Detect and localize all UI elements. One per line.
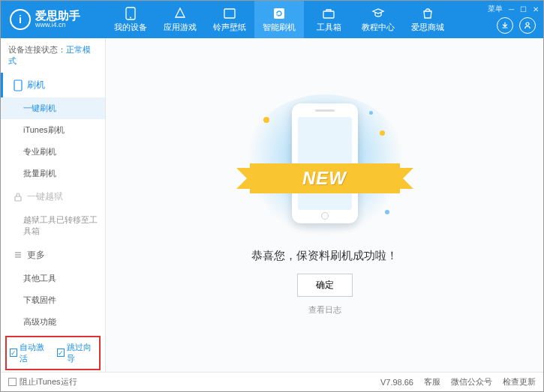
nav-flash[interactable]: 智能刷机 [254, 1, 304, 38]
sidebar-group-flash[interactable]: 刷机 [1, 73, 105, 97]
ok-button[interactable]: 确定 [297, 274, 353, 297]
wechat-link[interactable]: 微信公众号 [451, 376, 492, 388]
jailbreak-note: 越狱工具已转移至工具箱 [1, 209, 105, 243]
main-content: NEW 恭喜您，保资料刷机成功啦！ 确定 查看日志 [106, 38, 543, 372]
main-nav: 我的设备 应用游戏 铃声壁纸 智能刷机 工具箱 教程中心 [106, 1, 452, 38]
nav-ringtones[interactable]: 铃声壁纸 [205, 1, 254, 38]
nav-label: 铃声壁纸 [213, 22, 246, 33]
sidebar-item-download-firmware[interactable]: 下载固件 [1, 289, 105, 311]
nav-label: 教程中心 [362, 22, 395, 33]
wallpaper-icon [223, 7, 236, 20]
nav-label: 智能刷机 [263, 22, 296, 33]
nav-tutorials[interactable]: 教程中心 [353, 1, 403, 38]
nav-label: 我的设备 [114, 22, 147, 33]
checkbox-icon: ✓ [10, 349, 17, 357]
maximize-button[interactable]: ☐ [520, 5, 527, 13]
sidebar-group-jailbreak: 一键越狱 [1, 184, 105, 209]
svg-rect-7 [15, 196, 21, 201]
svg-rect-3 [274, 8, 284, 19]
nav-apps[interactable]: 应用游戏 [155, 1, 205, 38]
sidebar-item-other-tools[interactable]: 其他工具 [1, 268, 105, 289]
brand-url: www.i4.cn [35, 22, 80, 29]
check-update-link[interactable]: 检查更新 [503, 376, 536, 388]
store-icon [421, 7, 434, 20]
checkbox-icon: ✓ [57, 349, 65, 357]
statusbar: 阻止iTunes运行 V7.98.66 客服 微信公众号 检查更新 [1, 372, 543, 391]
view-log-link[interactable]: 查看日志 [308, 304, 341, 316]
group-title: 一键越狱 [27, 190, 63, 203]
success-illustration: NEW [242, 94, 407, 237]
sidebar: 设备连接状态：正常模式 刷机 一键刷机 iTunes刷机 专业刷机 批量刷机 一… [1, 38, 106, 372]
sidebar-item-oneclick-flash[interactable]: 一键刷机 [1, 97, 105, 119]
svg-rect-6 [14, 80, 22, 91]
phone-icon [124, 7, 137, 20]
connection-status: 设备连接状态：正常模式 [1, 38, 105, 73]
success-message: 恭喜您，保资料刷机成功啦！ [251, 249, 398, 263]
nav-toolbox[interactable]: 工具箱 [304, 1, 353, 38]
svg-rect-2 [224, 9, 235, 18]
sidebar-item-advanced[interactable]: 高级功能 [1, 311, 105, 333]
checkbox-label: 阻止iTunes运行 [20, 376, 77, 388]
more-icon [14, 250, 23, 259]
auto-activate-checkbox[interactable]: ✓ 自动激活 [10, 342, 50, 364]
group-title: 更多 [27, 249, 45, 262]
toolbox-icon [322, 7, 335, 20]
new-ribbon: NEW [250, 163, 400, 193]
minimize-button[interactable]: ─ [509, 5, 514, 13]
nav-my-device[interactable]: 我的设备 [106, 1, 155, 38]
user-icon [523, 21, 532, 30]
checkbox-icon [8, 378, 17, 386]
svg-point-1 [130, 16, 131, 18]
tutorial-icon [371, 7, 385, 20]
highlight-checkbox-row: ✓ 自动激活 ✓ 跳过向导 [5, 336, 101, 370]
skip-guide-checkbox[interactable]: ✓ 跳过向导 [57, 342, 97, 364]
support-link[interactable]: 客服 [424, 376, 440, 388]
lock-icon [14, 192, 23, 202]
group-title: 刷机 [27, 79, 45, 91]
sidebar-item-pro-flash[interactable]: 专业刷机 [1, 141, 105, 163]
download-icon [500, 21, 509, 30]
apps-icon [173, 7, 187, 20]
block-itunes-checkbox[interactable]: 阻止iTunes运行 [8, 376, 77, 388]
nav-label: 应用游戏 [164, 22, 197, 33]
nav-label: 爱思商城 [411, 22, 444, 33]
ribbon-text: NEW [302, 168, 347, 189]
window-controls: 菜单 ─ ☐ ✕ [488, 4, 539, 14]
sidebar-item-batch-flash[interactable]: 批量刷机 [1, 163, 105, 184]
menu-button[interactable]: 菜单 [488, 4, 503, 14]
phone-small-icon [14, 79, 23, 91]
close-button[interactable]: ✕ [533, 5, 539, 13]
svg-rect-4 [323, 11, 334, 18]
sidebar-item-itunes-flash[interactable]: iTunes刷机 [1, 119, 105, 141]
nav-store[interactable]: 爱思商城 [403, 1, 452, 38]
brand-name: 爱思助手 [35, 10, 80, 22]
sidebar-group-more[interactable]: 更多 [1, 243, 105, 268]
brand-block: i 爱思助手 www.i4.cn [1, 9, 106, 30]
download-button[interactable] [497, 17, 513, 34]
svg-point-5 [526, 22, 529, 25]
flash-icon [272, 7, 286, 20]
logo-icon: i [10, 9, 31, 30]
account-button[interactable] [519, 17, 536, 34]
titlebar: i 爱思助手 www.i4.cn 我的设备 应用游戏 铃声壁纸 智能刷机 [1, 1, 543, 38]
nav-label: 工具箱 [317, 22, 341, 33]
version-text: V7.98.66 [380, 378, 413, 387]
checkbox-label: 自动激活 [20, 342, 49, 364]
checkbox-label: 跳过向导 [67, 342, 96, 364]
